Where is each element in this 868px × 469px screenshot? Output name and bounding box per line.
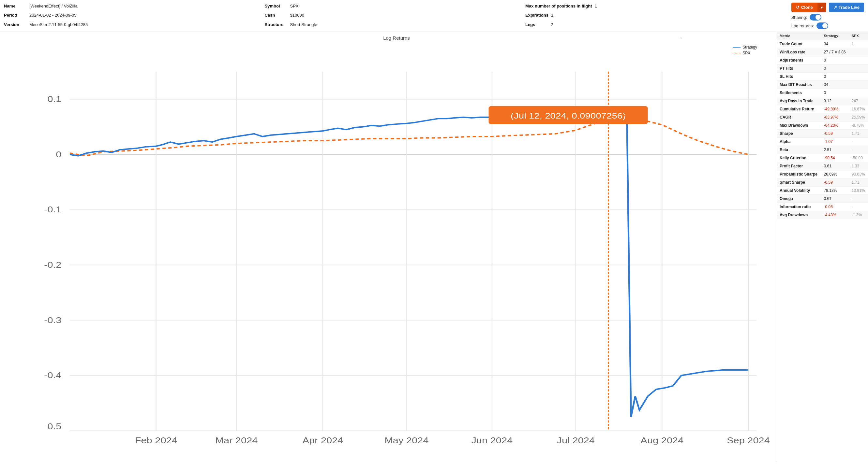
svg-text:-0.2: -0.2 bbox=[44, 260, 61, 270]
clone-button-group[interactable]: ↺ Clone ▼ bbox=[792, 3, 826, 12]
svg-text:Mar 2024: Mar 2024 bbox=[215, 435, 257, 444]
chart-area: Log Returns ⌂ Strategy SPX bbox=[0, 32, 777, 462]
svg-text:Jul 2024: Jul 2024 bbox=[557, 435, 594, 444]
table-row: Omega0.61- bbox=[777, 195, 868, 203]
svg-text:Apr 2024: Apr 2024 bbox=[302, 435, 343, 444]
spx-val-cell: - bbox=[849, 195, 868, 203]
strategy-val-cell: 0 bbox=[822, 65, 849, 73]
cash-value: $10000 bbox=[290, 13, 304, 18]
col-metric: Metric bbox=[777, 32, 822, 40]
svg-text:0: 0 bbox=[56, 149, 61, 159]
period-row: Period 2024-01-02 - 2024-09-05 bbox=[4, 12, 265, 20]
table-row: Settlements0 bbox=[777, 89, 868, 97]
strategy-val-cell: 26.69% bbox=[822, 170, 849, 178]
strategy-val-cell: -0.05 bbox=[822, 203, 849, 211]
sharing-toggle-row: Sharing: bbox=[792, 14, 864, 21]
metric-name-cell: Avg Days in Trade bbox=[777, 97, 822, 105]
metric-name-cell: Adjustments bbox=[777, 56, 822, 65]
clone-button[interactable]: ↺ Clone bbox=[792, 3, 817, 12]
metric-name-cell: Information ratio bbox=[777, 203, 822, 211]
table-row: PT Hits0 bbox=[777, 65, 868, 73]
expirations-row: Expirations 1 bbox=[525, 12, 786, 20]
table-row: Win/Loss rate27 / 7 = 3.86 bbox=[777, 48, 868, 56]
table-row: Profit Factor0.611.33 bbox=[777, 162, 868, 170]
col-spx: SPX bbox=[849, 32, 868, 40]
metric-name-cell: Settlements bbox=[777, 89, 822, 97]
home-icon[interactable]: ⌂ bbox=[680, 35, 682, 40]
log-returns-label: Log returns: bbox=[792, 24, 814, 28]
strategy-line bbox=[70, 112, 748, 417]
log-returns-toggle[interactable] bbox=[816, 23, 828, 29]
log-returns-toggle-row: Log returns: bbox=[792, 23, 864, 29]
cash-row: Cash $10000 bbox=[265, 12, 526, 20]
strategy-val-cell: 27 / 7 = 3.86 bbox=[822, 48, 849, 56]
version-row: Version MesoSim-2.11.55-0-gb04f4285 bbox=[4, 21, 265, 29]
spx-val-cell bbox=[849, 89, 868, 97]
strategy-val-cell: 0 bbox=[822, 56, 849, 65]
chart-svg: 0.1 0 -0.1 -0.2 -0.3 -0.4 -0.5 Feb 2024 … bbox=[20, 44, 773, 444]
spx-val-cell: 13.91% bbox=[849, 187, 868, 195]
spx-val-cell: 247 bbox=[849, 97, 868, 105]
strategy-val-cell: -64.23% bbox=[822, 122, 849, 130]
spx-val-cell: 16.67% bbox=[849, 105, 868, 113]
spx-val-cell: 25.59% bbox=[849, 113, 868, 122]
metric-name-cell: SL Hits bbox=[777, 73, 822, 81]
spx-val-cell: -1.3% bbox=[849, 211, 868, 219]
table-row: CAGR-63.97%25.59% bbox=[777, 113, 868, 122]
strategy-val-cell: 0 bbox=[822, 89, 849, 97]
table-row: Information ratio-0.05- bbox=[777, 203, 868, 211]
metric-name-cell: Alpha bbox=[777, 138, 822, 146]
expirations-label: Expirations bbox=[525, 13, 549, 18]
spx-val-cell: - bbox=[849, 146, 868, 154]
svg-text:-0.4: -0.4 bbox=[44, 371, 61, 380]
sharing-toggle[interactable] bbox=[810, 14, 822, 21]
spx-val-cell bbox=[849, 65, 868, 73]
table-row: Max Drawdown-64.23%-8.78% bbox=[777, 122, 868, 130]
table-row: Avg Days in Trade3.12247 bbox=[777, 97, 868, 105]
spx-val-cell bbox=[849, 73, 868, 81]
max-pos-label: Max number of positions in flight bbox=[525, 4, 592, 8]
strategy-val-cell: -0.59 bbox=[822, 130, 849, 138]
structure-value: Short Strangle bbox=[290, 22, 317, 27]
spx-val-cell: 1 bbox=[849, 40, 868, 48]
spx-val-cell: - bbox=[849, 203, 868, 211]
clone-dropdown-button[interactable]: ▼ bbox=[817, 3, 826, 12]
svg-text:May 2024: May 2024 bbox=[384, 435, 429, 444]
metric-name-cell: Beta bbox=[777, 146, 822, 154]
strategy-val-cell: 0 bbox=[822, 73, 849, 81]
header-actions: ↺ Clone ▼ ↗ Trade Live Sharing: Log retu… bbox=[786, 3, 864, 29]
max-pos-value: 1 bbox=[595, 4, 597, 8]
structure-label: Structure bbox=[265, 22, 288, 27]
table-row: Adjustments0 bbox=[777, 56, 868, 65]
metric-name-cell: Omega bbox=[777, 195, 822, 203]
chart-title: Log Returns bbox=[20, 35, 773, 41]
col-strategy: Strategy bbox=[822, 32, 849, 40]
metric-name-cell: Max Drawdown bbox=[777, 122, 822, 130]
metric-name-cell: Avg Drawdown bbox=[777, 211, 822, 219]
trade-live-button[interactable]: ↗ Trade Live bbox=[829, 3, 864, 12]
expirations-value: 1 bbox=[551, 13, 553, 18]
metrics-panel: Metric Strategy SPX Trade Count341Win/Lo… bbox=[777, 32, 868, 462]
svg-text:-0.5: -0.5 bbox=[44, 422, 61, 431]
strategy-val-cell: 0.61 bbox=[822, 195, 849, 203]
svg-rect-0 bbox=[70, 72, 756, 431]
strategy-val-cell: -49.89% bbox=[822, 105, 849, 113]
sharing-label: Sharing: bbox=[792, 15, 807, 20]
table-row: Avg Drawdown-4.43%-1.3% bbox=[777, 211, 868, 219]
svg-text:-0.1: -0.1 bbox=[44, 205, 61, 214]
spx-val-cell: 1.71 bbox=[849, 130, 868, 138]
max-pos-row: Max number of positions in flight 1 bbox=[525, 3, 786, 10]
metric-name-cell: Annual Volatility bbox=[777, 187, 822, 195]
spx-val-cell: 1.33 bbox=[849, 162, 868, 170]
table-row: Cumulative Return-49.89%16.67% bbox=[777, 105, 868, 113]
legs-value: 2 bbox=[551, 22, 553, 27]
spx-val-cell bbox=[849, 56, 868, 65]
refresh-icon: ↺ bbox=[796, 5, 800, 10]
table-row: Probabilistic Sharpe26.69%90.03% bbox=[777, 170, 868, 178]
name-row: Name [WeekendEffect] / VolZilla bbox=[4, 3, 265, 10]
table-row: Trade Count341 bbox=[777, 40, 868, 48]
svg-text:-0.3: -0.3 bbox=[44, 315, 61, 325]
svg-text:Feb 2024: Feb 2024 bbox=[135, 435, 177, 444]
symbol-label: Symbol bbox=[265, 4, 288, 8]
table-row: Sharpe-0.591.71 bbox=[777, 130, 868, 138]
